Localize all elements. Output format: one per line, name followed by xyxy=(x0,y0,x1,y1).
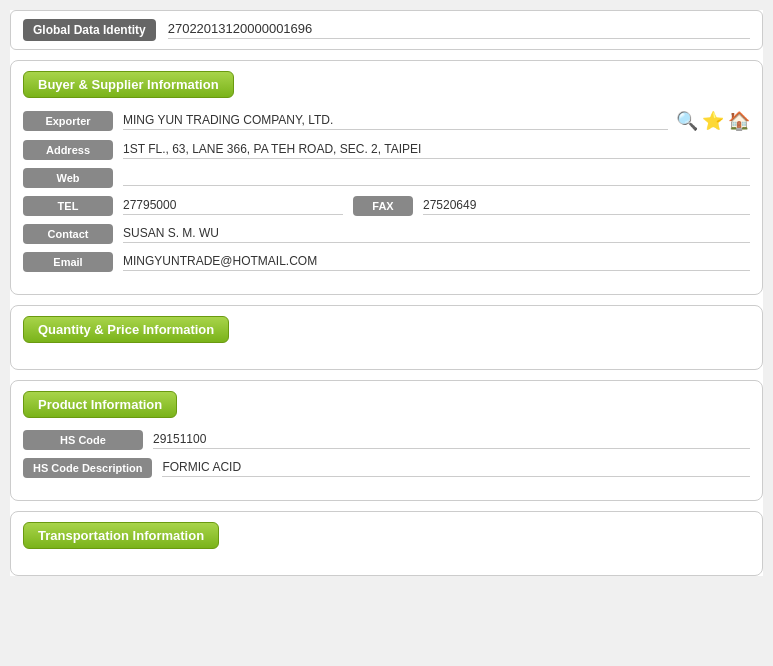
email-value: MINGYUNTRADE@HOTMAIL.COM xyxy=(123,254,750,271)
main-container: Global Data Identity 2702201312000000169… xyxy=(10,10,763,576)
exporter-row: Exporter MING YUN TRADING COMPANY, LTD. … xyxy=(23,110,750,132)
tel-label: TEL xyxy=(23,196,113,216)
hs-code-label: HS Code xyxy=(23,430,143,450)
tel-fax-row: TEL 27795000 FAX 27520649 xyxy=(23,196,750,216)
exporter-value: MING YUN TRADING COMPANY, LTD. xyxy=(123,113,668,130)
transportation-card: Transportation Information xyxy=(10,511,763,576)
global-id-value: 27022013120000001696 xyxy=(168,21,750,39)
product-header: Product Information xyxy=(23,391,177,418)
global-id-section: Global Data Identity 2702201312000000169… xyxy=(10,10,763,50)
quantity-price-card: Quantity & Price Information xyxy=(10,305,763,370)
global-id-label: Global Data Identity xyxy=(23,19,156,41)
hs-code-desc-label: HS Code Description xyxy=(23,458,152,478)
exporter-label: Exporter xyxy=(23,111,113,131)
email-label: Email xyxy=(23,252,113,272)
transportation-header: Transportation Information xyxy=(23,522,219,549)
exporter-icon-group: 🔍 ⭐ 🏠 xyxy=(676,110,750,132)
star-icon[interactable]: ⭐ xyxy=(702,110,724,132)
web-value xyxy=(123,170,750,186)
home-icon[interactable]: 🏠 xyxy=(728,110,750,132)
hs-code-row: HS Code 29151100 xyxy=(23,430,750,450)
address-label: Address xyxy=(23,140,113,160)
hs-code-desc-value: FORMIC ACID xyxy=(162,460,750,477)
fax-label: FAX xyxy=(353,196,413,216)
tel-value: 27795000 xyxy=(123,198,343,215)
hs-code-value: 29151100 xyxy=(153,432,750,449)
contact-row: Contact SUSAN S. M. WU xyxy=(23,224,750,244)
contact-label: Contact xyxy=(23,224,113,244)
address-row: Address 1ST FL., 63, LANE 366, PA TEH RO… xyxy=(23,140,750,160)
buyer-supplier-header: Buyer & Supplier Information xyxy=(23,71,234,98)
quantity-price-header: Quantity & Price Information xyxy=(23,316,229,343)
web-row: Web xyxy=(23,168,750,188)
web-label: Web xyxy=(23,168,113,188)
email-row: Email MINGYUNTRADE@HOTMAIL.COM xyxy=(23,252,750,272)
address-value: 1ST FL., 63, LANE 366, PA TEH ROAD, SEC.… xyxy=(123,142,750,159)
hs-code-desc-row: HS Code Description FORMIC ACID xyxy=(23,458,750,478)
search-icon[interactable]: 🔍 xyxy=(676,110,698,132)
product-card: Product Information HS Code 29151100 HS … xyxy=(10,380,763,501)
fax-value: 27520649 xyxy=(423,198,750,215)
contact-value: SUSAN S. M. WU xyxy=(123,226,750,243)
buyer-supplier-card: Buyer & Supplier Information Exporter MI… xyxy=(10,60,763,295)
